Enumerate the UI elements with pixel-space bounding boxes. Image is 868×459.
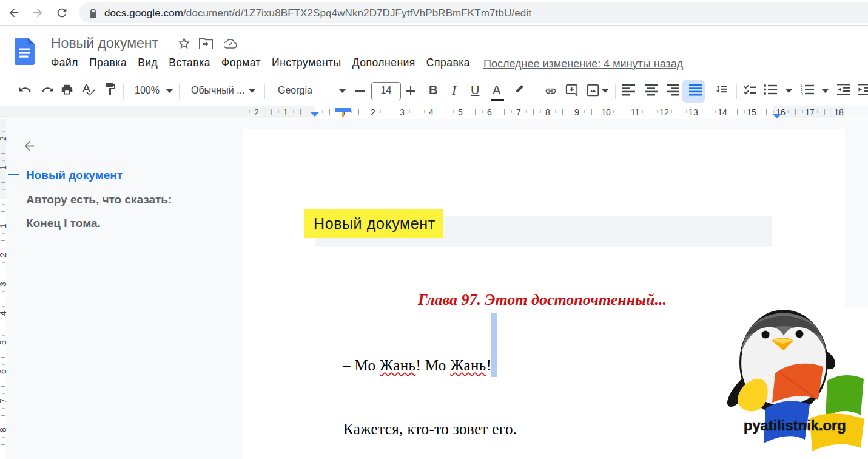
svg-text:pyatilistnik.org: pyatilistnik.org [744,418,846,433]
svg-text:2: 2 [801,87,803,92]
svg-text:3: 3 [801,92,803,95]
